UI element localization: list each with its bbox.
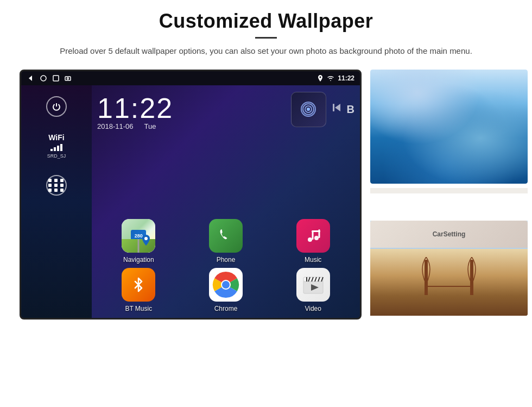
page-header: Customized Wallpaper Preload over 5 defa… bbox=[0, 0, 532, 63]
wallpaper-thumb-1[interactable] bbox=[370, 70, 528, 184]
status-right: 11:22 bbox=[317, 74, 354, 82]
svg-rect-6 bbox=[333, 104, 334, 111]
location-icon bbox=[317, 74, 324, 82]
navigation-label: Navigation bbox=[123, 256, 154, 264]
radio-widget[interactable] bbox=[291, 92, 326, 127]
app-video[interactable]: Video bbox=[271, 268, 354, 312]
power-icon bbox=[52, 102, 61, 111]
svg-rect-2 bbox=[53, 76, 59, 81]
date-value: 2018-11-06 bbox=[97, 122, 134, 130]
chrome-svg bbox=[212, 271, 239, 298]
back-icon bbox=[27, 74, 34, 82]
svg-rect-12 bbox=[312, 230, 320, 232]
wallpaper-bottom-area: CarSetting bbox=[370, 221, 528, 316]
music-label: Music bbox=[305, 256, 321, 264]
bt-music-icon bbox=[122, 268, 155, 302]
wifi-label: WiFi bbox=[47, 133, 66, 142]
app-chrome[interactable]: Chrome bbox=[185, 268, 268, 312]
screen-body: WiFi SRD_SJ bbox=[21, 85, 360, 318]
screenshot-icon bbox=[65, 75, 71, 82]
wifi-bars bbox=[47, 144, 66, 151]
power-button[interactable] bbox=[46, 96, 67, 117]
app-grid: 280 Navigation bbox=[92, 215, 360, 318]
svg-point-8 bbox=[308, 237, 312, 242]
app-navigation[interactable]: 280 Navigation bbox=[97, 219, 180, 264]
navigation-icon: 280 bbox=[122, 219, 155, 253]
apps-grid-icon bbox=[48, 179, 65, 192]
bt-music-label: BT Music bbox=[125, 305, 152, 312]
music-note-icon bbox=[304, 227, 322, 245]
status-time: 11:22 bbox=[338, 74, 354, 82]
sidebar: WiFi SRD_SJ bbox=[21, 85, 92, 318]
status-left bbox=[27, 74, 71, 82]
signal-icon bbox=[301, 102, 316, 117]
chrome-icon bbox=[209, 268, 243, 302]
car-setting-label: CarSetting bbox=[433, 230, 466, 238]
top-icons: B bbox=[291, 92, 354, 127]
svg-point-1 bbox=[41, 76, 46, 81]
home-icon bbox=[40, 74, 47, 82]
page-title: Customized Wallpaper bbox=[33, 10, 499, 33]
content-area: 11:22 WiFi bbox=[0, 63, 532, 320]
bluetooth-label: B bbox=[347, 103, 354, 116]
svg-marker-5 bbox=[335, 104, 340, 111]
wifi-status-icon bbox=[327, 75, 334, 82]
phone-label: Phone bbox=[217, 256, 236, 264]
page-subtitle: Preload over 5 default wallpaper options… bbox=[54, 45, 478, 58]
chrome-label: Chrome bbox=[214, 305, 238, 312]
date-display: 2018-11-06 Tue bbox=[97, 122, 173, 130]
wallpaper-thumbnails: CarSetting bbox=[370, 70, 528, 316]
apps-button[interactable] bbox=[46, 175, 67, 196]
time-display: 11:22 bbox=[97, 92, 173, 124]
day-value: Tue bbox=[144, 122, 156, 130]
clapperboard-icon bbox=[302, 275, 324, 295]
svg-point-7 bbox=[144, 237, 148, 240]
music-icon bbox=[296, 219, 330, 253]
clock-widget: 11:22 2018-11-06 Tue bbox=[97, 92, 173, 130]
screen-main: 11:22 2018-11-06 Tue bbox=[92, 85, 360, 318]
map-background: 280 bbox=[122, 219, 155, 253]
recents-icon bbox=[53, 75, 59, 82]
status-bar: 11:22 bbox=[21, 71, 360, 85]
svg-point-9 bbox=[314, 236, 319, 240]
app-btmusic[interactable]: BT Music bbox=[97, 268, 180, 312]
bluetooth-icon bbox=[129, 275, 148, 294]
bridge-cable-left bbox=[411, 257, 449, 287]
map-pin bbox=[141, 234, 151, 248]
video-label: Video bbox=[305, 305, 321, 312]
svg-point-15 bbox=[222, 281, 230, 289]
phone-icon bbox=[209, 219, 243, 253]
svg-marker-0 bbox=[29, 76, 32, 81]
video-icon bbox=[296, 268, 330, 302]
wifi-ssid: SRD_SJ bbox=[47, 153, 66, 159]
app-music[interactable]: Music bbox=[271, 219, 354, 264]
prev-track-button[interactable] bbox=[331, 102, 343, 117]
pin-icon bbox=[141, 234, 151, 246]
car-setting-bar: CarSetting bbox=[370, 221, 528, 248]
svg-point-4 bbox=[67, 78, 69, 79]
android-device: 11:22 WiFi bbox=[20, 70, 362, 320]
skip-back-icon bbox=[331, 102, 343, 114]
svg-rect-3 bbox=[65, 77, 71, 80]
wallpaper-divider bbox=[370, 188, 528, 193]
phone-handset-icon bbox=[217, 227, 235, 245]
wifi-widget: WiFi SRD_SJ bbox=[47, 133, 66, 159]
app-phone[interactable]: Phone bbox=[185, 219, 268, 264]
title-divider bbox=[255, 37, 277, 39]
bridge-cable-right bbox=[449, 257, 487, 287]
